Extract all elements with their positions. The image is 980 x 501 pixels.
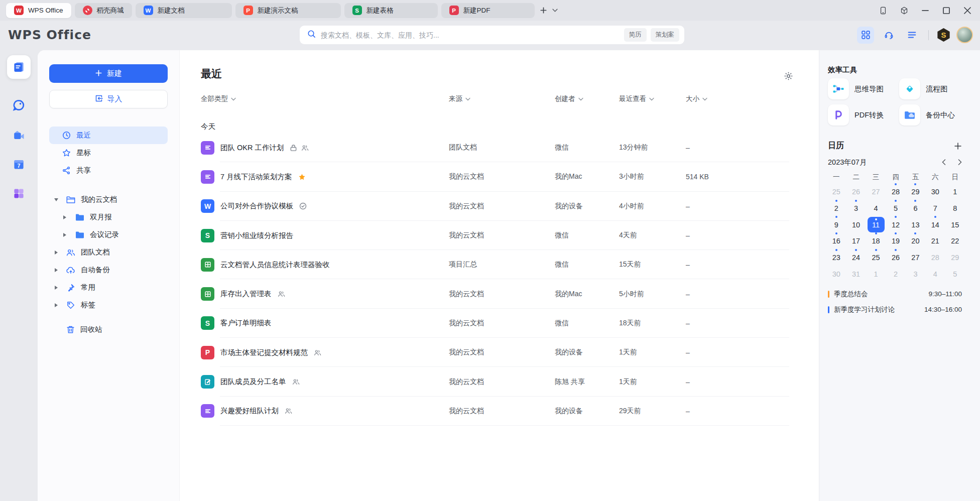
calendar-day[interactable]: 31	[846, 266, 866, 282]
calendar-day[interactable]: 4	[866, 200, 886, 217]
maximize-button[interactable]	[941, 5, 952, 16]
sidebar-item-share[interactable]: 共享	[49, 162, 168, 179]
file-row[interactable]: 库存出入管理表我的云文档我的Mac5小时前–	[201, 279, 793, 308]
calendar-day[interactable]: 22	[945, 233, 965, 249]
tab-pdf[interactable]: P新建PDF	[441, 3, 535, 18]
tab-docer[interactable]: 稻壳商城	[75, 3, 132, 18]
search-tag-resume[interactable]: 简历	[624, 28, 647, 42]
sidebar-tree-item[interactable]: 团队文档	[49, 243, 168, 261]
calendar-day[interactable]: 6	[906, 200, 925, 217]
calendar-add-button[interactable]	[954, 142, 962, 150]
rail-item-chat[interactable]	[7, 93, 31, 117]
tab-word[interactable]: W新建文档	[136, 3, 232, 18]
sidebar-tree-child[interactable]: 双月报	[49, 208, 168, 226]
calendar-day[interactable]: 13	[906, 216, 925, 233]
calendar-day[interactable]: 25	[826, 184, 846, 200]
calendar-day[interactable]: 16	[826, 233, 846, 249]
calendar-day[interactable]: 15	[945, 216, 965, 233]
rail-item-docs[interactable]	[7, 55, 31, 79]
calendar-day[interactable]: 12	[886, 216, 905, 233]
tool-flowchart[interactable]: 流程图	[899, 78, 962, 99]
caret-down-icon[interactable]	[54, 198, 59, 202]
tool-mindmap[interactable]: 思维导图	[828, 78, 899, 99]
caret-right-icon[interactable]	[63, 233, 68, 237]
sidebar-item-star[interactable]: 星标	[49, 144, 168, 162]
file-row[interactable]: W公司对外合作协议模板我的云文档我的设备4小时前–	[201, 192, 793, 221]
column-size[interactable]: 大小	[686, 94, 793, 103]
global-search-bar[interactable]: 简历 策划案	[300, 26, 684, 44]
calendar-day[interactable]: 8	[945, 200, 965, 217]
tool-pdfConv[interactable]: PDF转换	[828, 104, 899, 126]
calendar-day[interactable]: 21	[925, 233, 945, 249]
calendar-day[interactable]: 4	[925, 266, 945, 282]
sidebar-item-trash[interactable]: 回收站	[49, 321, 168, 337]
calendar-day[interactable]: 1	[866, 266, 886, 282]
calendar-day[interactable]: 29	[945, 249, 965, 266]
support-headset-icon[interactable]	[880, 27, 897, 44]
sidebar-tree-item[interactable]: 自动备份	[49, 261, 168, 279]
tool-backup[interactable]: 备份中心	[899, 104, 962, 126]
calendar-day[interactable]: 14	[925, 216, 945, 233]
caret-right-icon[interactable]	[54, 268, 59, 272]
calendar-day[interactable]: 9	[826, 216, 846, 233]
file-row[interactable]: S客户订单明细表我的云文档微信18天前–	[201, 309, 793, 338]
calendar-day[interactable]: 27	[866, 184, 886, 200]
calendar-day[interactable]: 25	[866, 249, 886, 266]
column-source[interactable]: 来源	[449, 94, 555, 103]
caret-right-icon[interactable]	[54, 303, 59, 307]
sidebar-tree-child[interactable]: 会议记录	[49, 226, 168, 243]
calendar-day[interactable]: 10	[846, 216, 866, 233]
calendar-prev-button[interactable]	[942, 158, 946, 167]
menu-lines-icon[interactable]	[903, 27, 920, 44]
file-row[interactable]: 团队成员及分工名单我的云文档陈旭 共享1天前–	[201, 367, 793, 396]
calendar-event[interactable]: 季度总结会9:30–11:00	[828, 286, 962, 302]
tab-wps[interactable]: WWPS Office	[6, 3, 71, 18]
membership-badge[interactable]: S	[937, 28, 950, 42]
gear-icon[interactable]	[784, 71, 793, 83]
file-row[interactable]: S营销小组业绩分析报告我的云文档微信4天前–	[201, 221, 793, 250]
sidebar-item-clock[interactable]: 最近	[49, 127, 168, 144]
rail-item-apps[interactable]	[7, 182, 31, 205]
filter-type[interactable]: 全部类型	[201, 94, 449, 103]
calendar-day[interactable]: 19	[886, 233, 905, 249]
search-input[interactable]	[321, 31, 620, 39]
file-row[interactable]: 团队 OKR 工作计划团队文档微信13分钟前–	[201, 133, 793, 162]
workspace-icon[interactable]	[899, 5, 910, 16]
calendar-day[interactable]: 5	[886, 200, 905, 217]
calendar-day[interactable]: 30	[925, 184, 945, 200]
sidebar-tree-item[interactable]: 常用	[49, 279, 168, 296]
sidebar-tree-item[interactable]: 标签	[49, 296, 168, 314]
mobile-sync-icon[interactable]	[878, 5, 889, 16]
caret-right-icon[interactable]	[54, 250, 59, 255]
calendar-day[interactable]: 2	[826, 200, 846, 217]
calendar-day[interactable]: 5	[945, 266, 965, 282]
minimize-button[interactable]	[920, 5, 931, 16]
file-row[interactable]: 兴趣爱好组队计划我的云文档我的设备29天前–	[201, 397, 793, 426]
tab-ppt[interactable]: P新建演示文稿	[235, 3, 341, 18]
column-viewed[interactable]: 最近查看	[619, 94, 686, 103]
calendar-day[interactable]: 17	[846, 233, 866, 249]
sidebar-tree-item[interactable]: 我的云文档	[49, 191, 168, 208]
apps-grid-icon[interactable]	[857, 27, 874, 44]
calendar-next-button[interactable]	[958, 158, 962, 167]
calendar-day[interactable]: 20	[906, 233, 925, 249]
calendar-day[interactable]: 2	[886, 266, 905, 282]
calendar-day[interactable]: 3	[906, 266, 925, 282]
calendar-day[interactable]: 26	[886, 249, 905, 266]
file-row[interactable]: 云文档管人员信息统计表理器验收项目汇总微信15天前–	[201, 250, 793, 279]
tab-sheet[interactable]: S新建表格	[344, 3, 438, 18]
calendar-day[interactable]: 29	[906, 184, 925, 200]
calendar-day[interactable]: 1	[945, 184, 965, 200]
tab-list-dropdown[interactable]	[552, 8, 558, 13]
caret-right-icon[interactable]	[54, 286, 59, 290]
caret-right-icon[interactable]	[63, 215, 68, 219]
calendar-day[interactable]: 7	[925, 200, 945, 217]
new-document-button[interactable]: 新建	[49, 64, 168, 83]
calendar-day[interactable]: 24	[846, 249, 866, 266]
calendar-day[interactable]: 18	[866, 233, 886, 249]
calendar-day[interactable]: 26	[846, 184, 866, 200]
search-tag-plan[interactable]: 策划案	[651, 28, 680, 42]
calendar-day[interactable]: 23	[826, 249, 846, 266]
rail-item-calendar[interactable]: 7	[7, 153, 31, 176]
calendar-day[interactable]: 30	[826, 266, 846, 282]
